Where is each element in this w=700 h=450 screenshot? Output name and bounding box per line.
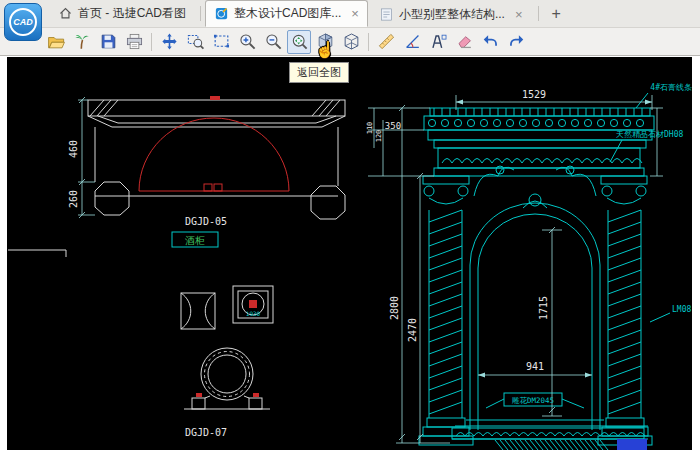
dim-120-label: 120 bbox=[375, 130, 383, 143]
measure-length-icon bbox=[377, 32, 396, 51]
pan-button[interactable] bbox=[157, 30, 181, 54]
dim-941-label: 941 bbox=[526, 361, 544, 372]
left-drawing bbox=[8, 100, 345, 257]
note-stone: 天然精品石材DH08 bbox=[616, 130, 683, 139]
redo-button[interactable] bbox=[504, 30, 528, 54]
zoom-selection-button[interactable] bbox=[209, 30, 233, 54]
undo-button[interactable] bbox=[478, 30, 502, 54]
tab-active[interactable]: 整木设计CAD图库...× bbox=[205, 0, 368, 27]
printer-icon bbox=[125, 32, 144, 51]
sill-hatch bbox=[495, 440, 608, 450]
tab-home[interactable]: 首页 - 迅捷CAD看图 bbox=[48, 0, 196, 27]
tab-label: 小型别墅整体结构... bbox=[399, 6, 505, 23]
app-logo[interactable]: CAD bbox=[4, 3, 42, 41]
folder-open-icon bbox=[47, 32, 66, 51]
measure-area-button[interactable] bbox=[426, 30, 450, 54]
cube-wire-icon bbox=[342, 32, 361, 51]
left-column-spiral bbox=[429, 210, 462, 414]
tab-label: 整木设计CAD图库... bbox=[234, 5, 341, 22]
home-icon bbox=[58, 6, 73, 21]
tab-close-button[interactable]: × bbox=[351, 7, 359, 20]
dim-2800-label: 2800 bbox=[389, 296, 400, 320]
left-drawing-title: DGJD-05 bbox=[185, 216, 227, 227]
cornice-dentils bbox=[434, 108, 642, 116]
left-drawing-red bbox=[139, 96, 289, 191]
measure-area-icon bbox=[429, 32, 448, 51]
save-button[interactable] bbox=[96, 30, 120, 54]
app-logo-text: CAD bbox=[9, 8, 37, 36]
middle-drawing bbox=[181, 286, 273, 409]
cad-drawing[interactable]: 460 260 DGJD-05 酒柜 bbox=[7, 57, 692, 450]
dim-1715-label: 1715 bbox=[538, 296, 549, 320]
zoom-out-button[interactable] bbox=[261, 30, 285, 54]
hand-cursor-icon: ☝ bbox=[315, 40, 335, 59]
tab-close-button[interactable]: × bbox=[515, 8, 523, 21]
zoom-extents-icon bbox=[290, 32, 309, 51]
cad-file-icon bbox=[214, 6, 229, 21]
palm-tree-icon bbox=[73, 32, 92, 51]
tab[interactable]: 小型别墅整体结构...× bbox=[370, 1, 532, 27]
note-lm: LM08 bbox=[672, 305, 691, 314]
measure-angle-icon bbox=[403, 32, 422, 51]
measure-angle-button[interactable] bbox=[400, 30, 424, 54]
left-drawing-dim-lines bbox=[78, 97, 95, 218]
dim-1529-label: 1529 bbox=[522, 89, 546, 100]
dim-110-label: 110 bbox=[366, 122, 374, 135]
view-3d-wire-button[interactable] bbox=[339, 30, 363, 54]
canvas-area: 460 260 DGJD-05 酒柜 bbox=[0, 57, 700, 450]
toolbar-separator bbox=[151, 33, 152, 51]
cabinet-tag-label: 酒柜 bbox=[185, 235, 205, 246]
rosette-tag-label: 1930 bbox=[246, 310, 261, 317]
undo-icon bbox=[481, 32, 500, 51]
tab-separator bbox=[538, 6, 539, 21]
save-icon bbox=[99, 32, 118, 51]
zoom-in-button[interactable] bbox=[235, 30, 259, 54]
cornice-egg-molding bbox=[428, 119, 643, 126]
open-button[interactable] bbox=[44, 30, 68, 54]
measure-length-button[interactable] bbox=[374, 30, 398, 54]
zoom-out-icon bbox=[264, 32, 283, 51]
library-button[interactable] bbox=[70, 30, 94, 54]
zoom-in-icon bbox=[238, 32, 257, 51]
note-molding: 4#石膏线条 bbox=[650, 83, 692, 92]
dim-260-label: 260 bbox=[68, 190, 79, 208]
tooltip: 返回全图 bbox=[289, 62, 349, 83]
tab-separator bbox=[200, 6, 201, 21]
doc-file-icon bbox=[379, 7, 394, 22]
right-drawing-dim-lines bbox=[368, 95, 663, 443]
toolbar bbox=[0, 28, 700, 56]
tab-bar: 首页 - 迅捷CAD看图 整木设计CAD图库...×小型别墅整体结构...× + bbox=[0, 0, 700, 28]
middle-drawing-title: DGJD-07 bbox=[185, 427, 227, 438]
right-column-spiral bbox=[608, 210, 641, 414]
redo-icon bbox=[507, 32, 526, 51]
eraser-icon bbox=[455, 32, 474, 51]
tag-carving: 雕花DM2045 bbox=[512, 396, 554, 405]
dim-460-label: 460 bbox=[68, 140, 79, 158]
zoom-window-button[interactable] bbox=[183, 30, 207, 54]
zoom-window-icon bbox=[186, 32, 205, 51]
blue-base-block bbox=[617, 439, 647, 450]
tab-list: 整木设计CAD图库...×小型别墅整体结构...× bbox=[205, 0, 534, 27]
dim-arrowheads bbox=[456, 100, 652, 378]
eraser-button[interactable] bbox=[452, 30, 476, 54]
print-button[interactable] bbox=[122, 30, 146, 54]
home-tab-label: 首页 - 迅捷CAD看图 bbox=[78, 5, 186, 22]
selection-rect-icon bbox=[212, 32, 231, 51]
pan-arrows-icon bbox=[160, 32, 179, 51]
dim-2470-label: 2470 bbox=[407, 318, 418, 342]
dim-350-label: 350 bbox=[385, 121, 401, 131]
zoom-extents-button[interactable] bbox=[287, 30, 311, 54]
toolbar-separator bbox=[368, 33, 369, 51]
drawing-viewport[interactable]: 460 260 DGJD-05 酒柜 bbox=[7, 57, 692, 450]
new-tab-button[interactable]: + bbox=[543, 6, 570, 22]
sill-wave-pattern bbox=[456, 433, 645, 437]
